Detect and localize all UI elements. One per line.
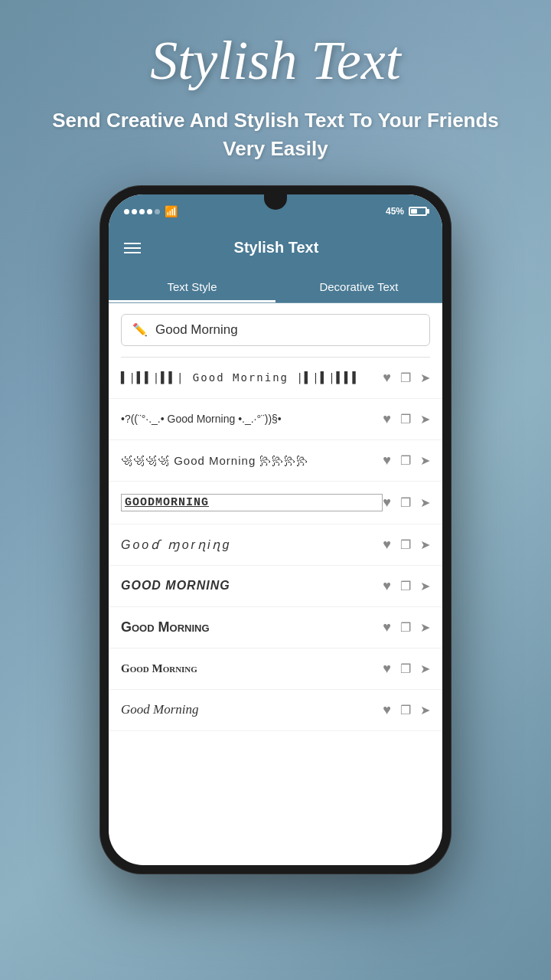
phone-mockup: 📶 45% Stylish Text bbox=[99, 185, 452, 874]
share-button-8[interactable]: ➤ bbox=[420, 662, 430, 676]
battery-fill bbox=[411, 209, 417, 214]
heart-button-9[interactable]: ♥ bbox=[383, 702, 391, 718]
heart-button-3[interactable]: ♥ bbox=[383, 452, 391, 469]
text-style-1: ▌|▌▌|▌▌| Good Morning |▌|▌|▌▌▌ bbox=[121, 371, 383, 384]
heart-button-4[interactable]: ♥ bbox=[383, 495, 391, 511]
wifi-icon: 📶 bbox=[165, 205, 178, 217]
share-button-6[interactable]: ➤ bbox=[420, 579, 430, 593]
copy-button-3[interactable]: ❐ bbox=[400, 453, 411, 468]
signal-dots bbox=[124, 209, 160, 214]
signal-dot-2 bbox=[132, 209, 137, 214]
item-actions-4: ♥ ❐ ➤ bbox=[383, 495, 430, 511]
text-style-8: Good Morning bbox=[121, 662, 383, 675]
list-item: GOODMORNING ♥ ❐ ➤ bbox=[109, 482, 442, 524]
text-style-5: Gooɗ ɱorɳiɳg bbox=[121, 537, 383, 552]
list-item: ꧁꧁꧁꧁ Good Morning ꧂꧂꧂꧂ ♥ ❐ ➤ bbox=[109, 440, 442, 482]
copy-button-4[interactable]: ❐ bbox=[400, 495, 411, 510]
battery-percent: 45% bbox=[386, 206, 404, 217]
app-header-title: Stylish Text bbox=[156, 239, 396, 256]
signal-dot-3 bbox=[139, 209, 145, 214]
list-item: GOOD MORNING ♥ ❐ ➤ bbox=[109, 566, 442, 607]
list-item: Good Morning ♥ ❐ ➤ bbox=[109, 607, 442, 648]
item-actions-7: ♥ ❐ ➤ bbox=[383, 619, 430, 635]
heart-button-5[interactable]: ♥ bbox=[383, 537, 391, 553]
list-item: Good Morning ♥ ❐ ➤ bbox=[109, 648, 442, 690]
list-item: •?((¨°·._.• Good Morning •._.·°¨))§• ♥ ❐… bbox=[109, 399, 442, 440]
copy-button-6[interactable]: ❐ bbox=[400, 579, 411, 593]
subtitle: Send Creative And Stylish Text To Your F… bbox=[46, 106, 505, 162]
share-button-4[interactable]: ➤ bbox=[420, 495, 430, 510]
copy-button-1[interactable]: ❐ bbox=[400, 371, 411, 385]
hamburger-line-3 bbox=[124, 252, 141, 253]
item-actions-9: ♥ ❐ ➤ bbox=[383, 702, 430, 718]
hamburger-menu[interactable] bbox=[124, 243, 141, 253]
share-button-1[interactable]: ➤ bbox=[420, 371, 430, 385]
item-actions-6: ♥ ❐ ➤ bbox=[383, 578, 430, 594]
share-button-7[interactable]: ➤ bbox=[420, 620, 430, 635]
list-container: ▌|▌▌|▌▌| Good Morning |▌|▌|▌▌▌ ♥ ❐ ➤ •?(… bbox=[109, 358, 442, 731]
battery-icon bbox=[409, 207, 427, 216]
signal-dot-1 bbox=[124, 209, 129, 214]
phone-outer: 📶 45% Stylish Text bbox=[99, 185, 452, 874]
tab-text-style[interactable]: Text Style bbox=[109, 271, 276, 302]
item-actions-8: ♥ ❐ ➤ bbox=[383, 661, 430, 677]
item-actions-1: ♥ ❐ ➤ bbox=[383, 370, 430, 386]
text-style-7: Good Morning bbox=[121, 619, 383, 635]
search-container: ✏️ Good Morning bbox=[109, 303, 442, 357]
app-header: Stylish Text bbox=[109, 225, 442, 271]
list-item: Good Morning ♥ ❐ ➤ bbox=[109, 690, 442, 731]
copy-button-8[interactable]: ❐ bbox=[400, 662, 411, 676]
tabs-container: Text Style Decorative Text bbox=[109, 271, 442, 303]
phone-inner: 📶 45% Stylish Text bbox=[109, 194, 442, 865]
text-style-4: GOODMORNING bbox=[121, 494, 383, 511]
copy-button-7[interactable]: ❐ bbox=[400, 620, 411, 635]
list-item: ▌|▌▌|▌▌| Good Morning |▌|▌|▌▌▌ ♥ ❐ ➤ bbox=[109, 358, 442, 399]
pencil-icon: ✏️ bbox=[132, 322, 148, 337]
text-style-2: •?((¨°·._.• Good Morning •._.·°¨))§• bbox=[121, 413, 383, 425]
copy-button-2[interactable]: ❐ bbox=[400, 412, 411, 426]
header-section: Stylish Text Send Creative And Stylish T… bbox=[0, 0, 551, 178]
copy-button-5[interactable]: ❐ bbox=[400, 537, 411, 552]
heart-button-2[interactable]: ♥ bbox=[383, 411, 391, 427]
share-button-3[interactable]: ➤ bbox=[420, 453, 430, 468]
text-style-9: Good Morning bbox=[121, 702, 383, 717]
list-item: Gooɗ ɱorɳiɳg ♥ ❐ ➤ bbox=[109, 524, 442, 566]
signal-dot-5 bbox=[155, 209, 160, 214]
share-button-2[interactable]: ➤ bbox=[420, 412, 430, 426]
hamburger-line-1 bbox=[124, 243, 141, 244]
text-style-6: GOOD MORNING bbox=[121, 579, 383, 593]
search-value[interactable]: Good Morning bbox=[155, 322, 238, 338]
item-actions-2: ♥ ❐ ➤ bbox=[383, 411, 430, 427]
item-actions-3: ♥ ❐ ➤ bbox=[383, 452, 430, 469]
heart-button-6[interactable]: ♥ bbox=[383, 578, 391, 594]
status-right: 45% bbox=[386, 206, 427, 217]
share-button-9[interactable]: ➤ bbox=[420, 703, 430, 717]
tab-text-style-label: Text Style bbox=[167, 280, 217, 293]
heart-button-1[interactable]: ♥ bbox=[383, 370, 391, 386]
signal-dot-4 bbox=[147, 209, 152, 214]
tab-decorative-text-label: Decorative Text bbox=[319, 280, 398, 293]
heart-button-8[interactable]: ♥ bbox=[383, 661, 391, 677]
status-left: 📶 bbox=[124, 205, 178, 217]
app-title: Stylish Text bbox=[46, 31, 505, 91]
share-button-5[interactable]: ➤ bbox=[420, 537, 430, 552]
item-actions-5: ♥ ❐ ➤ bbox=[383, 537, 430, 553]
hamburger-line-2 bbox=[124, 247, 141, 249]
tab-decorative-text[interactable]: Decorative Text bbox=[276, 271, 442, 302]
text-style-3: ꧁꧁꧁꧁ Good Morning ꧂꧂꧂꧂ bbox=[121, 454, 383, 467]
search-box[interactable]: ✏️ Good Morning bbox=[121, 314, 430, 346]
copy-button-9[interactable]: ❐ bbox=[400, 703, 411, 717]
heart-button-7[interactable]: ♥ bbox=[383, 619, 391, 635]
